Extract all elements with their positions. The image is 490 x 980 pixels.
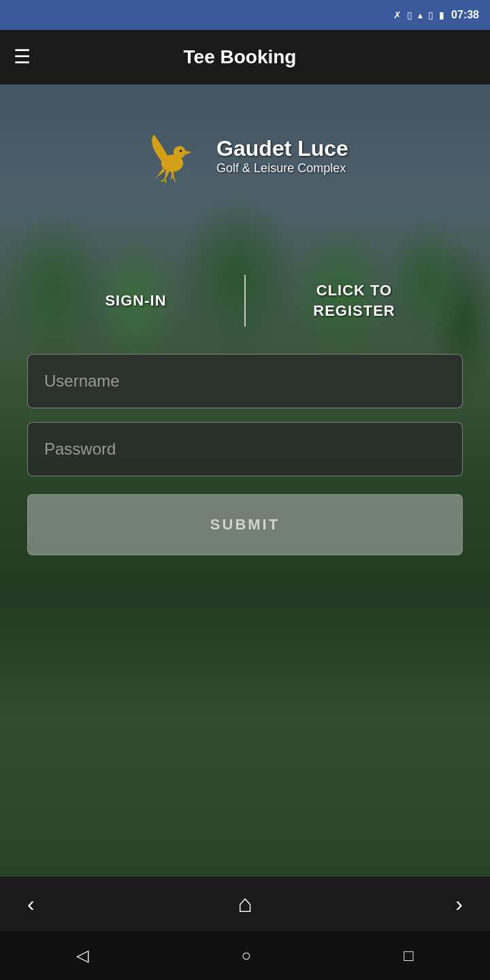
status-time: 07:38	[451, 9, 479, 21]
android-home-button[interactable]: ○	[241, 946, 251, 965]
wifi-icon: ▴	[418, 10, 423, 20]
username-input[interactable]	[27, 354, 463, 408]
svg-point-7	[180, 150, 182, 152]
vibrate-icon: ▯	[407, 10, 412, 20]
bottom-nav: ‹ ⌂ ›	[0, 877, 490, 931]
tab-row: SIGN-IN CLICK TO REGISTER	[27, 268, 463, 333]
logo-text: Gaudet Luce Golf & Leisure Complex	[216, 136, 348, 176]
content-overlay: Gaudet Luce Golf & Leisure Complex SIGN-…	[0, 84, 490, 877]
svg-marker-2	[186, 151, 192, 154]
main-content: Gaudet Luce Golf & Leisure Complex SIGN-…	[0, 84, 490, 877]
logo-name: Gaudet Luce	[216, 136, 348, 161]
svg-point-1	[174, 146, 186, 159]
logo-bird-icon	[142, 125, 203, 186]
home-button[interactable]: ⌂	[238, 889, 252, 918]
signin-tab[interactable]: SIGN-IN	[27, 268, 244, 333]
password-input[interactable]	[27, 422, 463, 476]
login-form: SUBMIT	[27, 354, 463, 555]
battery-icon: ▮	[439, 10, 444, 20]
bluetooth-icon: ✗	[393, 10, 402, 20]
signin-tab-label: SIGN-IN	[105, 292, 166, 310]
page-title: Tee Booking	[31, 46, 449, 68]
android-recent-button[interactable]: □	[404, 946, 414, 965]
no-sim-icon: ▯	[428, 10, 434, 20]
svg-line-6	[165, 179, 166, 182]
back-button[interactable]: ‹	[27, 893, 35, 915]
menu-button[interactable]: ☰	[14, 48, 31, 67]
status-bar: ✗ ▯ ▴ ▯ ▮ 07:38	[0, 0, 490, 30]
android-nav: ◁ ○ □	[0, 931, 490, 980]
register-tab-line2: REGISTER	[313, 302, 395, 320]
top-bar: ☰ Tee Booking	[0, 30, 490, 84]
register-tab[interactable]: CLICK TO REGISTER	[246, 268, 463, 333]
logo-area: Gaudet Luce Golf & Leisure Complex	[142, 125, 348, 186]
android-back-button[interactable]: ◁	[76, 946, 88, 965]
status-icons: ✗ ▯ ▴ ▯ ▮	[393, 10, 444, 20]
forward-button[interactable]: ›	[455, 893, 463, 915]
logo-subtitle: Golf & Leisure Complex	[216, 161, 348, 176]
register-tab-line1: CLICK TO	[316, 282, 392, 299]
submit-button[interactable]: SUBMIT	[27, 494, 463, 555]
